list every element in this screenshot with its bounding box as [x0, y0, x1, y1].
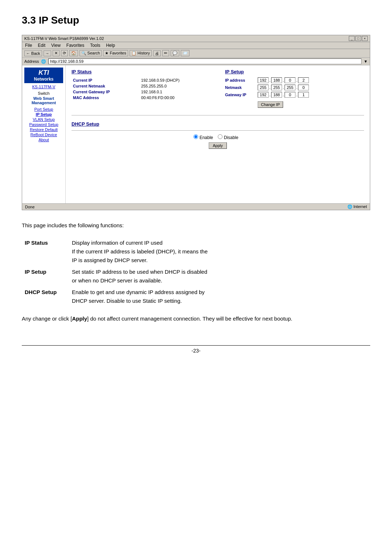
main-content: IP Status Current IP 192.168.0.59 (DHCP)…	[66, 65, 370, 203]
ip-dot-3: .	[296, 78, 297, 82]
ip-setup-title: IP Setup	[225, 69, 364, 74]
page-footer: -23-	[22, 345, 370, 354]
change-ip-button[interactable]: Change IP	[258, 101, 283, 108]
netmask-dot-2: .	[283, 85, 284, 90]
browser-statusbar: Done 🌐 Internet	[22, 203, 370, 210]
netmask-label: Netmask	[225, 85, 258, 90]
gateway-octet-4[interactable]	[298, 92, 309, 98]
ip-octet-2[interactable]	[271, 77, 282, 83]
menu-favorites[interactable]: Favorites	[66, 43, 84, 48]
dhcp-divider	[72, 130, 364, 131]
dhcp-enable-label[interactable]: Enable	[193, 135, 214, 140]
forward-button[interactable]: →	[44, 50, 51, 56]
netmask-octet-3[interactable]	[285, 85, 295, 90]
gateway-fields: . . .	[258, 92, 309, 98]
current-gateway-label: Current Gateway IP	[72, 89, 140, 95]
ip-dot-2: .	[283, 78, 284, 82]
table-row: Current Netmask 255.255.255.0	[72, 83, 211, 89]
back-button[interactable]: ← Back	[24, 50, 42, 56]
refresh-button[interactable]: ⟳	[61, 50, 68, 56]
address-label: Address	[24, 59, 39, 64]
messenger-button[interactable]: 📨	[181, 50, 189, 56]
gateway-octet-2[interactable]	[271, 92, 282, 98]
netmask-octet-4[interactable]	[298, 85, 309, 90]
browser-title: KS-117FM-V Web Smart P18A6999 Ver.1.02	[24, 36, 104, 41]
menu-file[interactable]: File	[25, 43, 32, 48]
sidebar-brand: KTI Networks	[24, 68, 63, 83]
status-table: Current IP 192.168.0.59 (DHCP) Current N…	[72, 77, 211, 101]
ip-octet-3[interactable]	[285, 77, 295, 83]
address-input[interactable]	[48, 58, 362, 64]
sidebar-item-ip-setup[interactable]: IP Setup	[24, 112, 63, 117]
minimize-button[interactable]: _	[349, 36, 355, 41]
netmask-octet-1[interactable]	[258, 85, 269, 90]
brand-networks: Networks	[26, 77, 62, 82]
note-text: Any change or click [Apply] do not affec…	[22, 314, 370, 323]
dhcp-apply-button[interactable]: Apply	[209, 142, 227, 149]
gateway-label: Gateway IP	[225, 93, 258, 97]
current-ip-label: Current IP	[72, 77, 140, 83]
sidebar-item-reboot-device[interactable]: ReBoot Device	[24, 133, 63, 137]
gateway-dot-3: .	[296, 93, 297, 97]
sidebar-item-about[interactable]: About	[24, 138, 63, 142]
sidebar-item-port-setup[interactable]: Port Setup	[24, 107, 63, 111]
netmask-row: Netmask . . .	[225, 85, 364, 90]
discuss-button[interactable]: 💬	[171, 50, 179, 56]
ip-octet-1[interactable]	[258, 77, 269, 83]
table-row: MAC Address 00:40:F6:FD:00:00	[72, 95, 211, 101]
gateway-octet-1[interactable]	[258, 92, 269, 98]
print-button[interactable]: 🖨	[153, 50, 161, 56]
history-button[interactable]: 📋 History	[130, 50, 152, 56]
dhcp-enable-radio[interactable]	[193, 134, 198, 139]
current-netmask-value: 255.255.255.0	[140, 83, 211, 89]
ip-octet-4[interactable]	[298, 77, 309, 83]
table-row: Current IP 192.168.0.59 (DHCP)	[72, 77, 211, 83]
page-body: This page includes the following functio…	[22, 221, 370, 323]
gateway-octet-3[interactable]	[285, 92, 295, 98]
dhcp-disable-label[interactable]: Disable	[218, 135, 238, 140]
ip-setup-section: IP Setup IP address . . .	[225, 69, 364, 108]
ip-status-term: IP Status	[22, 237, 69, 266]
sidebar: KTI Networks KS-117FM-V Switch Web Smart…	[22, 65, 66, 203]
current-netmask-label: Current Netmask	[72, 83, 140, 89]
brand-kti: KTI	[26, 69, 62, 77]
favorites-button[interactable]: ★ Favorites	[103, 50, 128, 56]
description-table: IP Status Display information of current…	[22, 237, 370, 307]
menu-help[interactable]: Help	[106, 43, 115, 48]
sidebar-switch-label: Switch	[24, 91, 63, 95]
sidebar-item-vlan-setup[interactable]: VLAN Setup	[24, 117, 63, 122]
maximize-button[interactable]: □	[355, 36, 361, 41]
edit-page-button[interactable]: ✏	[162, 50, 169, 56]
home-button[interactable]: 🏠	[69, 50, 78, 56]
search-button[interactable]: 🔍 Search	[79, 50, 102, 56]
status-done: Done	[25, 205, 34, 209]
dhcp-section: DHCP Setup Enable Disable Apply	[72, 121, 364, 149]
sidebar-item-password-setup[interactable]: Password Setup	[24, 122, 63, 127]
netmask-dot-3: .	[296, 85, 297, 90]
netmask-octet-2[interactable]	[271, 85, 282, 90]
menu-tools[interactable]: Tools	[90, 43, 100, 48]
browser-toolbar: ← Back → ✕ ⟳ 🏠 🔍 Search ★ Favorites 📋 Hi…	[22, 49, 370, 58]
ip-dot-1: .	[269, 78, 270, 82]
dhcp-term: DHCP Setup	[22, 286, 69, 307]
status-setup-grid: IP Status Current IP 192.168.0.59 (DHCP)…	[72, 69, 364, 108]
menu-edit[interactable]: Edit	[38, 43, 45, 48]
browser-window: KS-117FM-V Web Smart P18A6999 Ver.1.02 _…	[22, 35, 370, 210]
table-row: IP Setup Set static IP address to be use…	[22, 266, 370, 286]
browser-menubar: File Edit View Favorites Tools Help	[22, 42, 370, 49]
sidebar-web-smart: Web Smart Management	[24, 96, 63, 105]
menu-view[interactable]: View	[51, 43, 61, 48]
browser-addressbar: Address 🌐 ▼	[22, 58, 370, 65]
ip-status-section: IP Status Current IP 192.168.0.59 (DHCP)…	[72, 69, 211, 108]
divider	[72, 115, 364, 115]
dhcp-description: Enable to get and use dynamic IP address…	[69, 286, 370, 307]
dhcp-disable-radio[interactable]	[218, 134, 222, 139]
mac-address-value: 00:40:F6:FD:00:00	[140, 95, 211, 101]
ip-address-fields: . . .	[258, 77, 309, 83]
sidebar-item-restore-default[interactable]: Restore Default	[24, 127, 63, 132]
sidebar-model-link[interactable]: KS-117FM-V	[24, 85, 63, 89]
gateway-dot-2: .	[283, 93, 284, 97]
close-button[interactable]: ×	[362, 36, 368, 41]
ip-status-title: IP Status	[72, 69, 211, 74]
stop-button[interactable]: ✕	[53, 50, 60, 56]
